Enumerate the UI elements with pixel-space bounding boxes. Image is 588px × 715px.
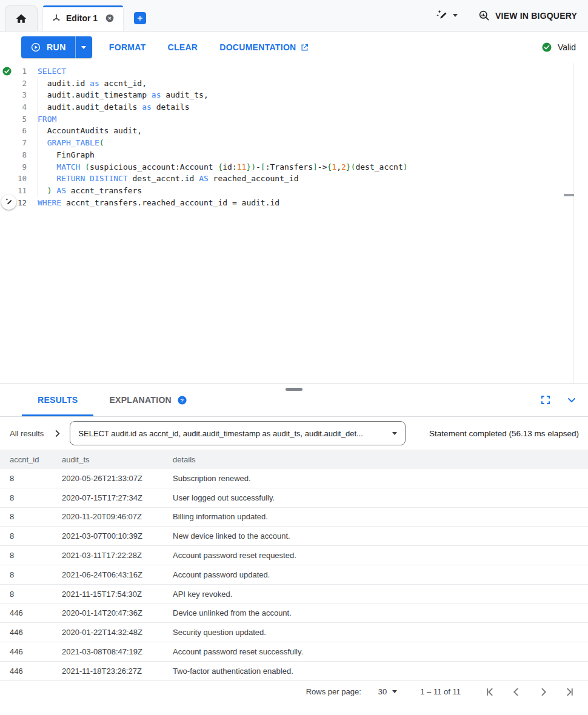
table-row: 82020-11-20T09:46:07ZBilling information… — [0, 508, 588, 527]
tab-explanation[interactable]: EXPLANATION ? — [93, 384, 203, 416]
chevron-down-icon — [392, 432, 397, 435]
tab-editor-1[interactable]: Editor 1 — [42, 5, 124, 31]
validation-status-label: Valid — [558, 42, 576, 52]
code-text: MATCH (suspicious_account:Account {id:11… — [27, 161, 408, 173]
indent-guide — [38, 78, 38, 197]
table-cell: Account password updated. — [163, 570, 588, 579]
code-text: audit.audit_timestamp as audit_ts, — [27, 89, 209, 101]
code-line[interactable]: 12WHERE accnt_transfers.reached_account_… — [0, 197, 588, 209]
table-cell: 2021-03-11T17:22:28Z — [52, 551, 163, 560]
run-button-group: RUN — [21, 36, 92, 58]
add-tab-button[interactable] — [134, 12, 146, 24]
table-cell: 2020-05-26T21:33:07Z — [52, 474, 163, 483]
statement-selector[interactable]: SELECT audit.id as accnt_id, audit.audit… — [70, 421, 406, 445]
table-cell: 8 — [0, 493, 52, 502]
table-cell: 446 — [0, 647, 52, 656]
documentation-label: DOCUMENTATION — [219, 42, 296, 52]
table-row: 4462021-11-18T23:26:27ZTwo-factor authen… — [0, 662, 588, 681]
table-cell: 2021-11-15T17:54:30Z — [52, 590, 163, 599]
table-cell: New device linked to the account. — [163, 531, 588, 540]
sql-editor[interactable]: 1SELECT2 audit.id as accnt_id,3 audit.au… — [0, 63, 588, 383]
chevron-down-icon — [81, 46, 86, 49]
collapse-panel-icon[interactable] — [566, 394, 578, 406]
code-text: WHERE accnt_transfers.reached_account_id… — [27, 197, 279, 209]
line-number: 2 — [0, 78, 27, 90]
editor-scrollbar-track — [573, 63, 574, 383]
help-icon[interactable]: ? — [177, 395, 187, 405]
results-tab-label: RESULTS — [38, 395, 78, 405]
view-in-bigquery-button[interactable]: VIEW IN BIGQUERY — [478, 10, 577, 21]
rows-per-page-select[interactable]: 30 — [378, 687, 397, 696]
pagination-range: 1 – 11 of 11 — [420, 687, 461, 696]
code-text: audit.id as accnt_id, — [27, 78, 147, 90]
table-row: 82021-03-07T00:10:39ZNew device linked t… — [0, 527, 588, 546]
format-button[interactable]: FORMAT — [109, 42, 146, 52]
next-page-icon[interactable] — [537, 686, 549, 698]
table-cell: 446 — [0, 667, 52, 676]
code-line[interactable]: 4 audit.audit_details as details — [0, 101, 588, 113]
rows-per-page-label: Rows per page: — [306, 687, 361, 696]
chevron-right-icon[interactable] — [53, 429, 62, 438]
pagination-controls — [484, 686, 576, 698]
table-cell: 2021-03-08T08:47:19Z — [52, 647, 163, 656]
code-line[interactable]: 2 audit.id as accnt_id, — [0, 78, 588, 90]
gemini-edit-button[interactable] — [1, 195, 16, 210]
table-cell: 2021-11-18T23:26:27Z — [52, 667, 163, 676]
query-lens-icon — [478, 10, 490, 21]
open-in-new-icon — [300, 43, 309, 52]
run-button[interactable]: RUN — [21, 36, 75, 58]
check-circle-icon — [541, 42, 552, 53]
first-page-icon[interactable] — [484, 686, 496, 698]
table-row: 82020-05-26T21:33:07ZSubscription renewe… — [0, 469, 588, 488]
code-text: audit.audit_details as details — [27, 101, 189, 113]
table-cell: Account password reset successfully. — [163, 647, 588, 656]
code-line[interactable]: 11 ) AS accnt_transfers — [0, 185, 588, 197]
code-line[interactable]: 8 FinGraph — [0, 149, 588, 161]
code-text: RETURN DISTINCT dest_accnt.id AS reached… — [27, 173, 299, 185]
run-options-button[interactable] — [76, 36, 92, 58]
table-row: 4462020-01-14T20:47:36ZDevice unlinked f… — [0, 604, 588, 624]
line-number: 9 — [0, 161, 27, 173]
query-toolbar: RUN FORMAT CLEAR DOCUMENTATION Valid — [0, 32, 588, 63]
play-circle-icon — [30, 42, 41, 53]
table-cell: Security question updated. — [163, 628, 588, 637]
home-tab[interactable] — [5, 5, 38, 31]
code-text: FinGraph — [27, 149, 95, 161]
code-lines: 1SELECT2 audit.id as accnt_id,3 audit.au… — [0, 63, 588, 208]
table-cell: 2020-11-20T09:46:07Z — [52, 512, 163, 521]
results-table-body: 82020-05-26T21:33:07ZSubscription renewe… — [0, 469, 588, 681]
rows-per-page-value: 30 — [378, 687, 387, 696]
fullscreen-icon[interactable] — [540, 394, 551, 405]
previous-page-icon[interactable] — [510, 686, 523, 698]
chevron-down-icon — [392, 690, 397, 693]
close-tab-icon[interactable] — [105, 13, 115, 23]
documentation-link[interactable]: DOCUMENTATION — [219, 42, 309, 52]
svg-text:?: ? — [181, 397, 184, 403]
code-line[interactable]: 3 audit.audit_timestamp as audit_ts, — [0, 89, 588, 101]
code-text: SELECT — [27, 65, 66, 78]
gemini-assist-button[interactable] — [436, 9, 458, 22]
explanation-tab-label: EXPLANATION — [109, 395, 172, 405]
plus-icon — [136, 14, 144, 22]
code-line[interactable]: 5FROM — [0, 113, 588, 125]
code-line[interactable]: 9 MATCH (suspicious_account:Account {id:… — [0, 161, 588, 173]
line-number: 5 — [0, 113, 27, 125]
table-cell: 2021-03-07T00:10:39Z — [52, 531, 163, 540]
table-row: 4462021-03-08T08:47:19ZAccount password … — [0, 642, 588, 662]
magic-pencil-icon — [436, 9, 449, 22]
column-header: accnt_id — [0, 455, 52, 464]
last-page-icon[interactable] — [564, 686, 576, 698]
editor-scrollbar-thumb[interactable] — [564, 194, 574, 196]
table-cell: 8 — [0, 474, 52, 483]
code-line[interactable]: 10 RETURN DISTINCT dest_accnt.id AS reac… — [0, 173, 588, 185]
code-line[interactable]: 1SELECT — [0, 65, 588, 78]
view-in-bigquery-label: VIEW IN BIGQUERY — [495, 11, 577, 21]
code-line[interactable]: 7 GRAPH_TABLE( — [0, 137, 588, 149]
panel-resize-handle[interactable] — [286, 388, 302, 391]
table-row: 4462020-01-22T14:32:48ZSecurity question… — [0, 623, 588, 642]
results-table-header: accnt_idaudit_tsdetails — [0, 450, 588, 469]
clear-button[interactable]: CLEAR — [167, 42, 198, 52]
tab-results[interactable]: RESULTS — [22, 384, 93, 416]
line-number: 3 — [0, 89, 27, 101]
code-line[interactable]: 6 AccountAudits audit, — [0, 125, 588, 137]
